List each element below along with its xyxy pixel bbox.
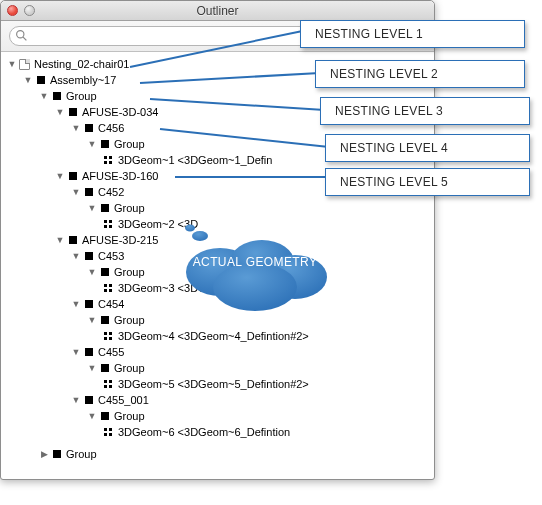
disclosure-icon[interactable] [55,171,65,181]
geometry-icon [104,156,113,165]
component-icon [85,188,93,196]
component-icon [101,316,109,324]
tree-row-assembly[interactable]: Assembly~17 [5,72,434,88]
component-icon [101,140,109,148]
geometry-icon [104,284,113,293]
label: Group [113,266,145,278]
window-controls [7,5,35,16]
component-icon [101,268,109,276]
component-icon [85,396,93,404]
tree-row-geom[interactable]: 3DGeom~1 <3DGeom~1_Defin [5,152,434,168]
tree-row[interactable]: Group [5,136,434,152]
label: C456 [97,122,124,134]
component-icon [101,364,109,372]
disclosure-icon[interactable] [23,75,33,85]
tree-row-geom[interactable]: 3DGeom~5 <3DGeom~5_Defintion#2> [5,376,434,392]
component-icon [53,450,61,458]
component-icon [101,412,109,420]
component-icon [37,76,45,84]
label: 3DGeom~4 <3DGeom~4_Defintion#2> [117,330,309,342]
tree-row-geom[interactable]: 3DGeom~6 <3DGeom~6_Defintion [5,424,434,440]
svg-point-3 [192,231,208,241]
disclosure-icon[interactable] [71,395,81,405]
label: C453 [97,250,124,262]
disclosure-icon[interactable] [71,123,81,133]
label: Assembly~17 [49,74,116,86]
disclosure-icon[interactable] [39,449,49,459]
callout-geometry-cloud: ACTUAL GEOMETRY [170,222,340,300]
tree-row-geom[interactable]: 3DGeom~4 <3DGeom~4_Defintion#2> [5,328,434,344]
label: Group [65,90,97,102]
disclosure-icon[interactable] [87,411,97,421]
label: C452 [97,186,124,198]
tree-row[interactable]: Group [5,200,434,216]
disclosure-icon[interactable] [87,267,97,277]
label: AFUSE-3D-160 [81,170,158,182]
component-icon [85,124,93,132]
disclosure-icon[interactable] [87,203,97,213]
close-icon[interactable] [7,5,18,16]
geometry-icon [104,332,113,341]
search-input[interactable] [9,26,426,46]
tree-row-group[interactable]: Group [5,88,434,104]
tree-row[interactable]: AFUSE-3D-034 [5,104,434,120]
label: 3DGeom~1 <3DGeom~1_Defin [117,154,272,166]
disclosure-icon[interactable] [39,91,49,101]
tree-row[interactable]: C455_001 [5,392,434,408]
label: Nesting_02-chair01 [33,58,129,70]
callout-geometry-label: ACTUAL GEOMETRY [170,255,340,269]
tree-row[interactable]: C455 [5,344,434,360]
component-icon [85,252,93,260]
label: Group [113,410,145,422]
disclosure-icon[interactable] [87,363,97,373]
geometry-icon [104,428,113,437]
tree-row[interactable]: Group [5,408,434,424]
svg-line-1 [23,37,26,40]
geometry-icon [104,220,113,229]
disclosure-icon[interactable] [71,347,81,357]
disclosure-icon[interactable] [71,299,81,309]
search-icon [15,29,28,42]
cloud-icon [170,222,340,322]
disclosure-icon[interactable] [87,139,97,149]
label: AFUSE-3D-215 [81,234,158,246]
svg-point-7 [213,263,297,311]
label: AFUSE-3D-034 [81,106,158,118]
geometry-icon [104,380,113,389]
label: C454 [97,298,124,310]
label: 3DGeom~6 <3DGeom~6_Defintion [117,426,290,438]
tree-row[interactable]: C452 [5,184,434,200]
window-title: Outliner [1,4,434,18]
label: Group [113,314,145,326]
svg-point-0 [17,31,24,38]
tree-row[interactable]: C456 [5,120,434,136]
disclosure-icon[interactable] [87,315,97,325]
disclosure-icon[interactable] [55,107,65,117]
label: Group [113,202,145,214]
component-icon [69,108,77,116]
component-icon [69,236,77,244]
file-icon [19,59,30,70]
minimize-icon[interactable] [24,5,35,16]
disclosure-icon[interactable] [71,187,81,197]
disclosure-icon[interactable] [71,251,81,261]
label: Group [113,362,145,374]
label: 3DGeom~5 <3DGeom~5_Defintion#2> [117,378,309,390]
component-icon [85,348,93,356]
label: Group [65,448,97,460]
tree-row-root[interactable]: Nesting_02-chair01 [5,56,434,72]
disclosure-icon[interactable] [55,235,65,245]
label: C455_001 [97,394,149,406]
search-row [1,21,434,52]
search-field [9,26,426,46]
svg-point-2 [185,225,195,232]
label: Group [113,138,145,150]
component-icon [53,92,61,100]
tree-row[interactable]: AFUSE-3D-160 [5,168,434,184]
disclosure-icon[interactable] [7,59,17,69]
titlebar[interactable]: Outliner [1,1,434,21]
tree-row-group[interactable]: Group [5,446,434,462]
component-icon [85,300,93,308]
tree-row[interactable]: Group [5,360,434,376]
label: C455 [97,346,124,358]
